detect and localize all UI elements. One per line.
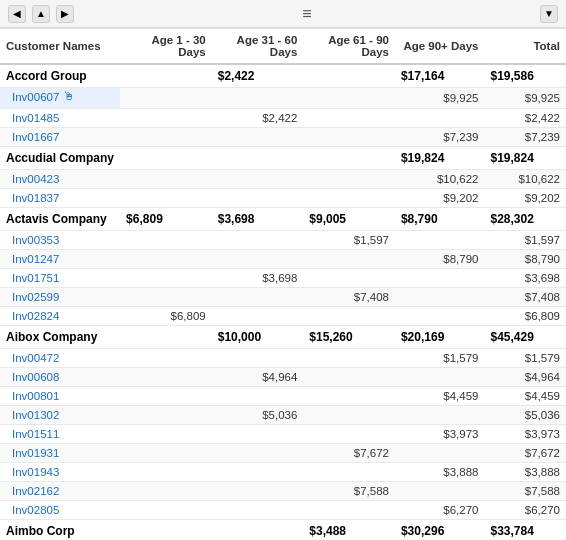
row-age1-30 [120,368,212,387]
group-header-row: Aimbo Corp $3,488 $30,296 $33,784 [0,520,566,541]
row-age61-90 [303,387,395,406]
table-row: Inv00801 $4,459 $4,459 [0,387,566,406]
row-total: $7,672 [485,444,566,463]
row-age90plus [395,406,485,425]
row-invoice-name[interactable]: Inv00608 [0,368,120,387]
row-age90plus [395,307,485,326]
table-row: Inv02599 $7,408 $7,408 [0,288,566,307]
row-age31-60 [212,501,304,520]
row-age1-30 [120,288,212,307]
table-row: Inv00423 $10,622 $10,622 [0,170,566,189]
row-invoice-name[interactable]: Inv02805 [0,501,120,520]
row-total: $9,925 [485,88,566,109]
row-total: $6,270 [485,501,566,520]
group-age31-60: $3,698 [212,208,304,231]
row-age31-60 [212,288,304,307]
row-age90plus [395,109,485,128]
nav-up-button[interactable]: ▲ [32,5,50,23]
nav-forward-button[interactable]: ▶ [56,5,74,23]
hamburger-menu-icon[interactable]: ≡ [302,5,311,23]
row-age1-30 [120,88,212,109]
row-invoice-name[interactable]: Inv02599 [0,288,120,307]
row-invoice-name[interactable]: Inv01247 [0,250,120,269]
row-age1-30 [120,231,212,250]
row-invoice-name[interactable]: Inv00423 [0,170,120,189]
row-total: $1,579 [485,349,566,368]
row-age61-90 [303,463,395,482]
group-age90plus: $19,824 [395,147,485,170]
row-invoice-name[interactable]: Inv01751 [0,269,120,288]
row-total: $7,588 [485,482,566,501]
group-total: $28,302 [485,208,566,231]
row-age31-60 [212,387,304,406]
row-age31-60 [212,189,304,208]
row-age61-90 [303,368,395,387]
group-age61-90: $9,005 [303,208,395,231]
row-age1-30 [120,444,212,463]
row-age90plus: $3,888 [395,463,485,482]
row-age1-30 [120,387,212,406]
table-row: Inv01943 $3,888 $3,888 [0,463,566,482]
row-invoice-name[interactable]: Inv02824 [0,307,120,326]
row-total: $5,036 [485,406,566,425]
nav-back-button[interactable]: ◀ [8,5,26,23]
row-age61-90 [303,425,395,444]
header-age-31-60: Age 31 - 60 Days [212,29,304,65]
row-age31-60 [212,307,304,326]
row-age1-30: $6,809 [120,307,212,326]
row-invoice-name[interactable]: Inv00353 [0,231,120,250]
scroll-down-button[interactable]: ▼ [540,5,558,23]
row-age90plus [395,288,485,307]
header-customer-names: Customer Names [0,29,120,65]
row-invoice-name[interactable]: Inv02162 [0,482,120,501]
row-invoice-name[interactable]: Inv01943 [0,463,120,482]
row-total: $8,790 [485,250,566,269]
table-row: Inv00472 $1,579 $1,579 [0,349,566,368]
group-age1-30 [120,326,212,349]
group-name: Aibox Company [0,326,120,349]
group-name: Actavis Company [0,208,120,231]
row-age61-90 [303,269,395,288]
row-age31-60 [212,463,304,482]
row-invoice-name[interactable]: Inv01485 [0,109,120,128]
group-age1-30 [120,64,212,88]
group-name: Aimbo Corp [0,520,120,541]
row-invoice-name[interactable]: Inv01511 [0,425,120,444]
aging-report-table: Customer Names Age 1 - 30 Days Age 31 - … [0,28,566,540]
row-age31-60: $5,036 [212,406,304,425]
row-total: $9,202 [485,189,566,208]
table-row: Inv00353 $1,597 $1,597 [0,231,566,250]
group-header-row: Actavis Company $6,809 $3,698 $9,005 $8,… [0,208,566,231]
group-name: Accord Group [0,64,120,88]
row-age61-90 [303,501,395,520]
group-age61-90: $3,488 [303,520,395,541]
group-age61-90 [303,64,395,88]
row-total: $10,622 [485,170,566,189]
row-invoice-name[interactable]: Inv00472 [0,349,120,368]
row-invoice-name[interactable]: Inv00607 🖱 [0,88,120,109]
group-age90plus: $8,790 [395,208,485,231]
row-total: $4,964 [485,368,566,387]
row-age61-90 [303,250,395,269]
row-invoice-name[interactable]: Inv01667 [0,128,120,147]
row-total: $7,239 [485,128,566,147]
row-invoice-name[interactable]: Inv01837 [0,189,120,208]
table-row: Inv01511 $3,973 $3,973 [0,425,566,444]
table-row: Inv00608 $4,964 $4,964 [0,368,566,387]
row-invoice-name[interactable]: Inv01931 [0,444,120,463]
row-age1-30 [120,269,212,288]
row-age90plus: $3,973 [395,425,485,444]
row-invoice-name[interactable]: Inv01302 [0,406,120,425]
row-invoice-name[interactable]: Inv00801 [0,387,120,406]
group-name: Accudial Company [0,147,120,170]
row-age31-60 [212,482,304,501]
row-age31-60 [212,444,304,463]
row-total: $3,698 [485,269,566,288]
group-header-row: Accudial Company $19,824 $19,824 [0,147,566,170]
row-age1-30 [120,501,212,520]
row-age90plus: $7,239 [395,128,485,147]
group-header-row: Aibox Company $10,000 $15,260 $20,169 $4… [0,326,566,349]
row-age90plus: $9,202 [395,189,485,208]
group-age61-90 [303,147,395,170]
row-age1-30 [120,109,212,128]
